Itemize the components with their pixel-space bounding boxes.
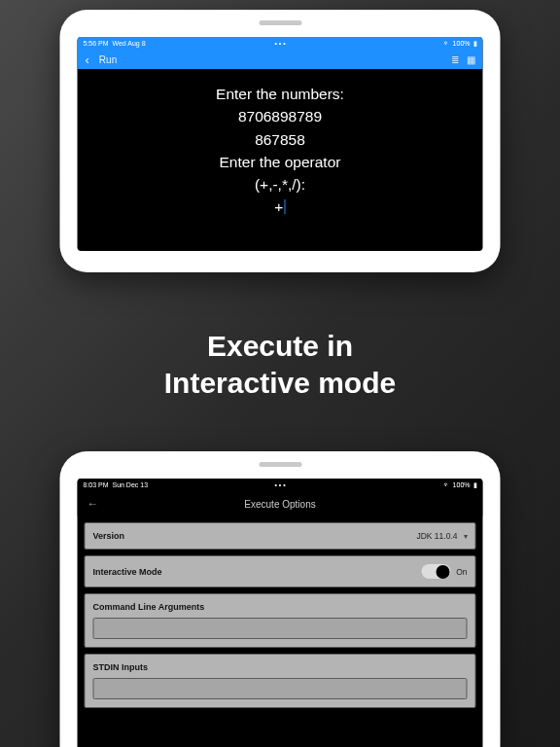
battery-icon: ▮ xyxy=(473,40,477,48)
ipad-device-top: 5:56 PM Wed Aug 8 • • • ᯤ 100% ▮ ‹ Run ≣… xyxy=(60,10,501,272)
interactive-mode-row: Interactive Mode On xyxy=(85,555,476,587)
switch-knob xyxy=(437,565,450,579)
nav-bar: ← Execute Options xyxy=(78,491,483,516)
status-right: ᯤ 100% ▮ xyxy=(443,40,477,48)
cli-args-input[interactable] xyxy=(93,618,468,639)
interactive-mode-label: Interactive Mode xyxy=(93,567,162,577)
stdin-input[interactable] xyxy=(93,678,468,699)
console-line: (+,-,*,/): xyxy=(78,173,483,196)
nav-bar: ‹ Run ≣ ▦ xyxy=(78,50,483,69)
battery-pct: 100% xyxy=(453,481,471,488)
caption-line: Interactive mode xyxy=(0,365,560,402)
console-output: Enter the numbers: 8706898789 867858 Ent… xyxy=(78,69,483,219)
status-dots: • • • xyxy=(274,481,285,488)
status-right: ᯤ 100% ▮ xyxy=(443,481,477,489)
wifi-icon: ᯤ xyxy=(443,40,450,47)
home-indicator xyxy=(259,20,301,25)
console-line: Enter the numbers: xyxy=(78,83,483,105)
execute-options-panel: Version JDK 11.0.4 ▾ Interactive Mode On… xyxy=(78,516,483,720)
interactive-mode-value: On xyxy=(456,567,467,577)
console-input-line[interactable]: + xyxy=(78,196,483,218)
stdin-label: STDIN Inputs xyxy=(93,662,468,672)
status-time: 5:56 PM Wed Aug 8 xyxy=(84,40,146,47)
ipad-device-bottom: 8:03 PM Sun Dec 13 • • • ᯤ 100% ▮ ← Exec… xyxy=(60,451,501,747)
back-icon[interactable]: ← xyxy=(88,497,99,511)
console-line: 867858 xyxy=(78,128,483,151)
list-icon[interactable]: ≣ xyxy=(451,54,459,65)
chevron-down-icon: ▾ xyxy=(464,532,468,541)
home-indicator xyxy=(259,462,301,467)
version-row[interactable]: Version JDK 11.0.4 ▾ xyxy=(85,522,476,550)
ipad-screen-bottom: 8:03 PM Sun Dec 13 • • • ᯤ 100% ▮ ← Exec… xyxy=(78,479,483,747)
grid-icon[interactable]: ▦ xyxy=(467,54,475,65)
ipad-screen-top: 5:56 PM Wed Aug 8 • • • ᯤ 100% ▮ ‹ Run ≣… xyxy=(78,37,483,251)
stdin-row: STDIN Inputs xyxy=(85,654,476,708)
cli-args-label: Command Line Arguments xyxy=(93,602,468,612)
console-line: 8706898789 xyxy=(78,105,483,127)
status-bar: 5:56 PM Wed Aug 8 • • • ᯤ 100% ▮ xyxy=(78,37,483,50)
version-label: Version xyxy=(93,531,125,541)
version-value: JDK 11.0.4 xyxy=(416,531,457,541)
page-title: Execute Options xyxy=(244,499,315,510)
promo-caption: Execute in Interactive mode xyxy=(0,328,560,401)
cursor-icon xyxy=(284,199,286,214)
status-bar: 8:03 PM Sun Dec 13 • • • ᯤ 100% ▮ xyxy=(78,479,483,491)
caption-line: Execute in xyxy=(0,328,560,365)
console-line: Enter the operator xyxy=(78,151,483,173)
status-time: 8:03 PM Sun Dec 13 xyxy=(84,481,149,488)
interactive-mode-switch[interactable] xyxy=(421,564,450,579)
cli-args-row: Command Line Arguments xyxy=(85,593,476,648)
status-dots: • • • xyxy=(274,40,285,47)
back-icon[interactable]: ‹ xyxy=(86,53,89,66)
wifi-icon: ᯤ xyxy=(443,481,450,488)
battery-pct: 100% xyxy=(453,40,471,47)
battery-icon: ▮ xyxy=(473,481,477,489)
nav-title: Run xyxy=(99,54,117,65)
